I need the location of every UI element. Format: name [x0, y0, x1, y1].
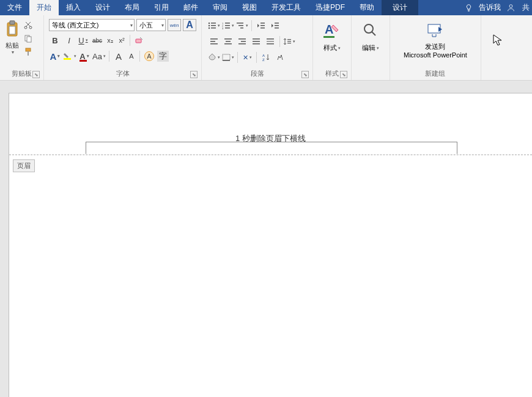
- svg-rect-50: [287, 43, 291, 43]
- group-font: 等线 (西文正文)▾ 小五▾ wén A B I U▾ abc x₂ x² A▾: [44, 15, 202, 80]
- svg-rect-33: [210, 38, 218, 40]
- align-distribute-button[interactable]: [264, 35, 276, 48]
- svg-rect-35: [210, 43, 218, 45]
- header-tag[interactable]: 页眉: [13, 159, 35, 172]
- copy-button[interactable]: [23, 34, 33, 43]
- tell-me-button[interactable]: 告诉我: [479, 0, 501, 15]
- svg-point-0: [509, 5, 512, 8]
- tab-home[interactable]: 开始: [29, 0, 59, 15]
- align-justify-button[interactable]: [250, 35, 262, 48]
- svg-rect-15: [211, 25, 216, 26]
- svg-rect-27: [260, 23, 265, 24]
- svg-rect-47: [267, 43, 274, 45]
- svg-text:A: A: [262, 54, 265, 57]
- tab-review[interactable]: 审阅: [205, 0, 235, 15]
- svg-rect-26: [240, 27, 243, 29]
- svg-rect-28: [260, 25, 265, 26]
- editing-dropdown[interactable]: ▾: [377, 46, 379, 51]
- tab-design[interactable]: 设计: [88, 0, 117, 15]
- svg-rect-7: [27, 37, 31, 42]
- enclosed-char-button[interactable]: A: [143, 49, 155, 63]
- asian-layout-button[interactable]: ✕▾: [241, 51, 253, 64]
- numbering-button[interactable]: 123▾: [222, 19, 234, 32]
- send-to-powerpoint-button[interactable]: [425, 20, 446, 41]
- group-editing: 编辑▾: [352, 15, 390, 80]
- styles-dropdown[interactable]: ▾: [338, 46, 341, 51]
- styles-button[interactable]: A: [322, 20, 342, 41]
- bullets-button[interactable]: ▾: [208, 19, 220, 32]
- svg-rect-44: [253, 43, 260, 45]
- group-newgroup-label: 新建组: [393, 68, 478, 80]
- format-painter-button[interactable]: [23, 47, 33, 57]
- tab-pdf[interactable]: 迅捷PDF: [308, 0, 352, 15]
- align-center-button[interactable]: [222, 35, 234, 48]
- svg-rect-32: [275, 27, 279, 29]
- svg-rect-37: [226, 41, 231, 42]
- align-left-button[interactable]: [208, 35, 220, 48]
- paste-dropdown[interactable]: ▼: [11, 50, 15, 54]
- highlight-button[interactable]: ▾: [63, 49, 76, 63]
- svg-rect-23: [225, 27, 230, 29]
- svg-text:Z: Z: [262, 58, 265, 62]
- font-size-combo[interactable]: 小五▾: [136, 19, 166, 31]
- paste-button[interactable]: [4, 19, 21, 40]
- ribbon: 粘贴 ▼ 剪贴板⬊ 等线 (西文正文)▾ 小五▾ wén A B: [0, 15, 532, 81]
- grow-font-button[interactable]: A: [113, 49, 125, 63]
- paragraph-launcher[interactable]: ⬊: [301, 71, 309, 78]
- page-header-region[interactable]: 1 秒删除页眉下横线: [9, 93, 532, 156]
- text-effects-button[interactable]: A▾: [49, 49, 61, 63]
- change-case-button[interactable]: Aa▾: [92, 49, 106, 63]
- send-to-ppt-label: 发送到Microsoft PowerPoint: [404, 42, 467, 60]
- find-button[interactable]: [360, 20, 381, 41]
- share-button[interactable]: 共: [521, 0, 530, 15]
- font-launcher[interactable]: ⬊: [190, 71, 198, 78]
- subscript-button[interactable]: x₂: [105, 34, 115, 47]
- show-marks-button[interactable]: [274, 51, 286, 64]
- svg-text:A: A: [325, 23, 333, 36]
- group-newgroup: 发送到Microsoft PowerPoint 新建组: [390, 15, 481, 80]
- italic-button[interactable]: I: [63, 34, 75, 47]
- cut-button[interactable]: [23, 20, 33, 30]
- styles-launcher[interactable]: ⬊: [340, 71, 347, 78]
- group-clipboard-label: 剪贴板: [12, 70, 32, 77]
- clipboard-launcher[interactable]: ⬊: [32, 71, 40, 78]
- document-canvas[interactable]: 1 秒删除页眉下横线 页眉: [9, 93, 532, 397]
- shrink-font-button[interactable]: A: [127, 49, 136, 63]
- align-right-button[interactable]: [236, 35, 248, 48]
- borders-button[interactable]: ▾: [222, 51, 234, 64]
- styles-label: 样式: [323, 43, 337, 53]
- strikethrough-button[interactable]: abc: [91, 34, 103, 47]
- increase-indent-button[interactable]: [269, 19, 281, 32]
- svg-point-57: [364, 24, 373, 33]
- line-spacing-button[interactable]: ▾: [283, 35, 295, 48]
- tab-references[interactable]: 引用: [147, 0, 176, 15]
- tab-help[interactable]: 帮助: [352, 0, 382, 15]
- tab-insert[interactable]: 插入: [59, 0, 88, 15]
- decrease-indent-button[interactable]: [255, 19, 267, 32]
- tab-layout[interactable]: 布局: [117, 0, 147, 15]
- multilevel-list-button[interactable]: ▾: [236, 19, 248, 32]
- svg-point-14: [209, 25, 210, 26]
- sort-button[interactable]: AZ: [260, 51, 272, 64]
- font-color-button[interactable]: A▾: [78, 49, 91, 63]
- svg-rect-38: [224, 43, 232, 45]
- superscript-button[interactable]: x²: [117, 34, 127, 47]
- svg-rect-10: [136, 39, 141, 43]
- tab-view[interactable]: 视图: [235, 0, 264, 15]
- shading-button[interactable]: ▾: [208, 51, 220, 64]
- character-border-button[interactable]: A: [183, 19, 196, 31]
- tab-context-design[interactable]: 设计: [382, 0, 418, 15]
- char-shading-button[interactable]: 字: [157, 49, 169, 63]
- svg-rect-17: [211, 27, 216, 29]
- tab-file[interactable]: 文件: [0, 0, 29, 15]
- font-name-combo[interactable]: 等线 (西文正文)▾: [49, 19, 135, 31]
- phonetic-guide-button[interactable]: wén: [168, 19, 181, 31]
- clear-format-button[interactable]: [133, 34, 146, 47]
- underline-button[interactable]: U▾: [77, 34, 89, 47]
- group-styles: A 样式▾ 样式⬊: [313, 15, 352, 80]
- svg-rect-36: [224, 38, 232, 40]
- tab-mail[interactable]: 邮件: [176, 0, 205, 15]
- svg-rect-30: [275, 23, 279, 24]
- tab-devtools[interactable]: 开发工具: [264, 0, 308, 15]
- bold-button[interactable]: B: [49, 34, 61, 47]
